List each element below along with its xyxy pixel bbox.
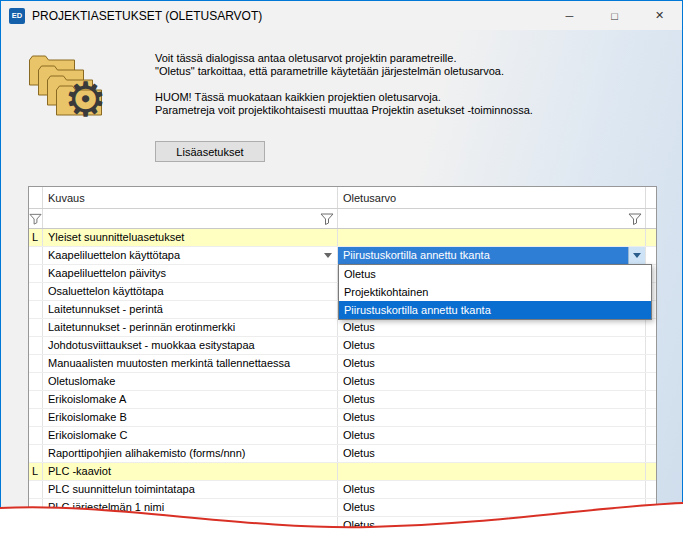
- settings-table: Kuvaus Oletusarvo LYleiset suunnitteluas…: [28, 186, 657, 534]
- combo-selected-value[interactable]: Piirustuskortilla annettu tkanta: [338, 247, 628, 264]
- description-cell[interactable]: Johdotusviittaukset - muokkaa esitystapa…: [43, 337, 338, 354]
- value-cell[interactable]: Oletus: [338, 409, 646, 426]
- value-cell[interactable]: Oletus: [338, 337, 646, 354]
- intro-line: Parametreja voit projektikohtaisesti muu…: [155, 104, 655, 117]
- value-cell[interactable]: [338, 229, 646, 246]
- filler-cell: [646, 391, 656, 408]
- intro-line: "Oletus" tarkoittaa, että parametrille k…: [155, 65, 655, 78]
- dropdown-item[interactable]: Oletus: [339, 265, 651, 283]
- setting-row[interactable]: Manuaalisten muutosten merkintä tallenne…: [29, 355, 656, 373]
- description-cell[interactable]: Erikoislomake B: [43, 409, 338, 426]
- combo-dropdown-button[interactable]: [628, 247, 645, 264]
- filler-cell: [646, 463, 656, 480]
- row-level-cell: [29, 409, 43, 426]
- row-level-cell: [29, 265, 43, 282]
- value-cell[interactable]: Oletus: [338, 319, 646, 336]
- row-level-cell: L: [29, 229, 43, 246]
- dropdown-item[interactable]: Projektikohtainen: [339, 283, 651, 301]
- section-header-row[interactable]: LPLC -kaaviot: [29, 463, 656, 481]
- column-header-oletusarvo[interactable]: Oletusarvo: [338, 187, 646, 208]
- combo-dropdown-list[interactable]: Oletus Projektikohtainen Piirustuskortil…: [338, 264, 652, 320]
- section-header-row[interactable]: LYleiset suunnitteluasetukset: [29, 229, 656, 247]
- value-cell[interactable]: [338, 463, 646, 480]
- description-cell[interactable]: Kaapeliluettelon päivitys: [43, 265, 338, 282]
- row-level-cell: [29, 247, 43, 264]
- intro-line: HUOM! Tässä muokataan kaikkien projektie…: [155, 91, 655, 104]
- column-header-level: [29, 187, 43, 208]
- row-level-cell: [29, 427, 43, 444]
- titlebar[interactable]: ED PROJEKTIASETUKSET (OLETUSARVOT) ─ □ ✕: [1, 1, 682, 30]
- filter-funnel-icon: [320, 213, 334, 225]
- description-cell[interactable]: Erikoislomake C: [43, 427, 338, 444]
- description-cell[interactable]: Yleiset suunnitteluasetukset: [43, 229, 338, 246]
- description-text: Kaapeliluettelon käyttötapa: [48, 247, 180, 264]
- value-cell[interactable]: Oletus: [338, 445, 646, 462]
- row-level-cell: [29, 337, 43, 354]
- row-level-cell: L: [29, 463, 43, 480]
- setting-row[interactable]: Raporttipohjien alihakemisto (forms/nnn)…: [29, 445, 656, 463]
- setting-row[interactable]: Erikoislomake AOletus: [29, 391, 656, 409]
- column-header-filler: [646, 187, 656, 208]
- row-level-cell: [29, 391, 43, 408]
- filter-funnel-icon: [628, 213, 642, 225]
- value-cell[interactable]: Oletus: [338, 373, 646, 390]
- setting-row[interactable]: Kaapeliluettelon käyttötapaPiirustuskort…: [29, 247, 656, 265]
- screenshot-tear-line: [0, 492, 683, 542]
- filler-cell: [646, 337, 656, 354]
- row-level-cell: [29, 355, 43, 372]
- close-button[interactable]: ✕: [637, 1, 682, 30]
- description-cell[interactable]: PLC -kaaviot: [43, 463, 338, 480]
- table-header-row: Kuvaus Oletusarvo: [29, 187, 656, 209]
- filter-cell-level[interactable]: [29, 209, 43, 228]
- gear-icon: ⚙: [64, 76, 107, 124]
- description-cell[interactable]: Laitetunnukset - perintä: [43, 301, 338, 318]
- row-level-cell: [29, 445, 43, 462]
- intro-line: Voit tässä dialogissa antaa oletusarvot …: [155, 52, 655, 65]
- value-cell[interactable]: Oletus: [338, 427, 646, 444]
- filter-cell-kuvaus[interactable]: [43, 209, 338, 228]
- description-cell[interactable]: Kaapeliluettelon käyttötapa: [43, 247, 338, 264]
- value-cell[interactable]: Piirustuskortilla annettu tkanta: [338, 247, 646, 264]
- filler-cell: [646, 229, 656, 246]
- maximize-button[interactable]: □: [592, 1, 637, 30]
- dropdown-arrow-icon: [633, 253, 641, 258]
- filter-funnel-icon: [29, 213, 42, 225]
- description-cell[interactable]: Oletuslomake: [43, 373, 338, 390]
- advanced-settings-button[interactable]: Lisäasetukset: [155, 141, 265, 162]
- setting-row[interactable]: Erikoislomake COletus: [29, 427, 656, 445]
- window-title: PROJEKTIASETUKSET (OLETUSARVOT): [32, 9, 262, 23]
- description-cell[interactable]: Erikoislomake A: [43, 391, 338, 408]
- row-level-cell: [29, 283, 43, 300]
- description-cell[interactable]: Raporttipohjien alihakemisto (forms/nnn): [43, 445, 338, 462]
- row-level-cell: [29, 373, 43, 390]
- window-controls: ─ □ ✕: [547, 1, 682, 30]
- setting-row[interactable]: OletuslomakeOletus: [29, 373, 656, 391]
- filter-row: [29, 209, 656, 229]
- filler-cell: [646, 427, 656, 444]
- filler-cell: [646, 445, 656, 462]
- minimize-button[interactable]: ─: [547, 1, 592, 30]
- column-header-kuvaus[interactable]: Kuvaus: [43, 187, 338, 208]
- setting-row[interactable]: Johdotusviittaukset - muokkaa esitystapa…: [29, 337, 656, 355]
- description-cell[interactable]: Laitetunnukset - perinnän erotinmerkki: [43, 319, 338, 336]
- description-cell[interactable]: Osaluettelon käyttötapa: [43, 283, 338, 300]
- row-level-cell: [29, 319, 43, 336]
- value-cell[interactable]: Oletus: [338, 355, 646, 372]
- setting-row[interactable]: Laitetunnukset - perinnän erotinmerkkiOl…: [29, 319, 656, 337]
- filler-cell: [646, 409, 656, 426]
- chevron-down-icon[interactable]: [324, 253, 332, 258]
- filler-cell: [646, 373, 656, 390]
- intro-line: [155, 78, 655, 91]
- dialog-window: ED PROJEKTIASETUKSET (OLETUSARVOT) ─ □ ✕…: [0, 0, 683, 542]
- description-cell[interactable]: Manuaalisten muutosten merkintä tallenne…: [43, 355, 338, 372]
- filler-cell: [646, 355, 656, 372]
- filter-cell-filler: [646, 209, 656, 228]
- row-level-cell: [29, 301, 43, 318]
- folders-gear-illustration: ⚙: [28, 54, 128, 140]
- intro-text: Voit tässä dialogissa antaa oletusarvot …: [155, 52, 655, 117]
- dropdown-item-selected[interactable]: Piirustuskortilla annettu tkanta: [339, 301, 651, 319]
- filler-cell: [646, 319, 656, 336]
- value-cell[interactable]: Oletus: [338, 391, 646, 408]
- setting-row[interactable]: Erikoislomake BOletus: [29, 409, 656, 427]
- filter-cell-oletusarvo[interactable]: [338, 209, 646, 228]
